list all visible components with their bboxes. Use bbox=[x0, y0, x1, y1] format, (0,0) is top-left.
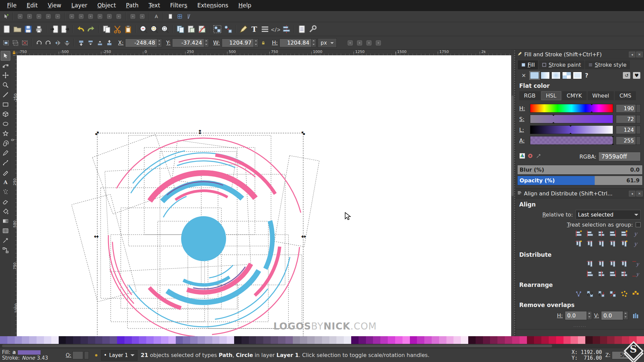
zoom-selection-button[interactable] bbox=[149, 24, 159, 34]
h-input[interactable]: 1204.84 bbox=[279, 39, 316, 47]
palette-swatch[interactable] bbox=[212, 336, 220, 344]
stroke-value[interactable]: None bbox=[22, 355, 35, 361]
align-close-button[interactable]: ✕ bbox=[636, 191, 643, 196]
palette-swatch[interactable] bbox=[329, 336, 337, 344]
paste-button[interactable] bbox=[123, 24, 133, 34]
ungroup-button[interactable] bbox=[223, 24, 233, 34]
palette-swatch[interactable] bbox=[146, 336, 154, 344]
group-button[interactable] bbox=[212, 24, 222, 34]
palette-swatch[interactable] bbox=[132, 336, 139, 344]
measure-tool[interactable] bbox=[1, 90, 10, 100]
star-tool[interactable] bbox=[1, 129, 10, 138]
snap-text-baseline-button[interactable]: A bbox=[152, 12, 161, 21]
rgba-input[interactable]: 7959a0ff bbox=[598, 152, 641, 161]
palette-swatch[interactable] bbox=[468, 336, 476, 344]
palette-swatch[interactable] bbox=[154, 336, 161, 344]
dist-bottom-button[interactable] bbox=[607, 269, 618, 278]
paint-linear-button[interactable] bbox=[541, 72, 550, 79]
palette-swatch[interactable] bbox=[168, 336, 176, 344]
color-slider[interactable] bbox=[530, 115, 613, 123]
palette-swatch[interactable] bbox=[600, 336, 607, 344]
copy-button[interactable] bbox=[102, 24, 112, 34]
raise-button[interactable] bbox=[96, 39, 104, 47]
snap-bbox-corner-button[interactable] bbox=[35, 12, 43, 21]
ellipse-tool[interactable] bbox=[1, 119, 10, 129]
exchange-stacking-button[interactable] bbox=[596, 290, 606, 298]
import-button[interactable] bbox=[49, 24, 59, 34]
menu-filters[interactable]: Filters bbox=[165, 0, 192, 11]
selection-handle[interactable]: ↔ bbox=[94, 234, 99, 239]
palette-swatch[interactable] bbox=[315, 336, 322, 344]
align-right-button[interactable] bbox=[607, 229, 618, 238]
spray-tool[interactable] bbox=[1, 187, 10, 197]
align-text-h-button[interactable]: y bbox=[630, 229, 641, 238]
colortab-cms[interactable]: CMS bbox=[615, 91, 636, 100]
snap-midpoint-button[interactable] bbox=[114, 12, 123, 21]
relative-to-dropdown[interactable]: Last selected bbox=[576, 210, 641, 220]
snap-node-button[interactable] bbox=[67, 12, 76, 21]
slider-value-input[interactable]: 124 bbox=[616, 126, 641, 134]
snap-rotation-center-button[interactable] bbox=[138, 12, 147, 21]
bucket-fill-tool[interactable] bbox=[1, 206, 10, 216]
snap-bbox-center-button[interactable] bbox=[53, 12, 62, 21]
menu-extensions[interactable]: Extensions bbox=[192, 0, 233, 11]
palette-swatch[interactable] bbox=[227, 336, 234, 344]
palette-swatch[interactable] bbox=[241, 336, 249, 344]
palette-swatch[interactable] bbox=[88, 336, 95, 344]
palette-swatch[interactable] bbox=[417, 336, 424, 344]
panel-drag-grip[interactable]: ....... bbox=[516, 322, 644, 329]
palette-swatch[interactable] bbox=[541, 336, 549, 344]
palette-swatch[interactable] bbox=[520, 336, 527, 344]
menu-help[interactable]: Help bbox=[233, 0, 257, 11]
menu-object[interactable]: Object bbox=[92, 0, 121, 11]
palette-swatch[interactable] bbox=[176, 336, 183, 344]
palette-swatch[interactable] bbox=[219, 336, 227, 344]
align-bottom-button[interactable] bbox=[607, 239, 618, 248]
paint-none-button[interactable]: ✕ bbox=[519, 72, 528, 79]
palette-swatch[interactable] bbox=[490, 336, 497, 344]
palette-swatch[interactable] bbox=[322, 336, 329, 344]
fill-swatch[interactable] bbox=[18, 350, 41, 355]
palette-swatch[interactable] bbox=[110, 336, 117, 344]
palette-swatch[interactable] bbox=[293, 336, 300, 344]
palette-swatch[interactable] bbox=[59, 336, 66, 344]
overlap-v-input[interactable]: 0.0 bbox=[601, 311, 628, 320]
select-all-button[interactable] bbox=[2, 39, 10, 47]
overlap-h-input[interactable]: 0.0 bbox=[565, 311, 592, 320]
lock-ratio-icon[interactable] bbox=[259, 39, 268, 47]
units-dropdown[interactable]: px bbox=[318, 38, 336, 48]
canvas-vertical-scrollbar[interactable] bbox=[511, 55, 514, 336]
menu-view[interactable]: View bbox=[43, 0, 66, 11]
save-button[interactable] bbox=[23, 24, 33, 34]
palette-swatch[interactable] bbox=[512, 336, 520, 344]
palette-swatch[interactable] bbox=[556, 336, 564, 344]
panel-minimize-button[interactable]: ◂ bbox=[629, 52, 635, 57]
snap-bbox-button[interactable] bbox=[16, 12, 24, 21]
dist-top-button[interactable] bbox=[585, 269, 595, 278]
unlink-clone-button[interactable] bbox=[197, 24, 207, 34]
clone-button[interactable] bbox=[186, 24, 196, 34]
rotate-cw-button[interactable] bbox=[44, 39, 53, 47]
palette-swatch[interactable] bbox=[388, 336, 395, 344]
history-icon[interactable]: ↺ bbox=[623, 72, 630, 79]
colortab-wheel[interactable]: Wheel bbox=[588, 91, 614, 100]
heart-icon[interactable]: ♥ bbox=[633, 72, 640, 79]
palette-swatch[interactable] bbox=[439, 336, 446, 344]
align-text-v-button[interactable]: y bbox=[630, 239, 641, 248]
snap-master-button[interactable] bbox=[2, 12, 10, 21]
undo-button[interactable] bbox=[75, 24, 86, 34]
palette-swatch[interactable] bbox=[0, 336, 7, 344]
palette-swatch[interactable] bbox=[359, 336, 366, 344]
align-center-h-button[interactable] bbox=[596, 229, 606, 238]
align-left-out-button[interactable] bbox=[573, 229, 584, 238]
palette-swatch[interactable] bbox=[95, 336, 103, 344]
paint-swatch-button[interactable] bbox=[573, 72, 582, 79]
palette-swatch[interactable] bbox=[102, 336, 110, 344]
palette-swatch[interactable] bbox=[564, 336, 571, 344]
menu-file[interactable]: File bbox=[2, 0, 21, 11]
palette-swatch[interactable] bbox=[44, 336, 51, 344]
gradient-tool[interactable] bbox=[1, 216, 10, 226]
dropper-tool[interactable] bbox=[1, 236, 10, 245]
canvas[interactable]: ↔↕↔↔↔ LOGOSBYNICK.COM bbox=[17, 55, 511, 336]
palette-swatch[interactable] bbox=[51, 336, 59, 344]
